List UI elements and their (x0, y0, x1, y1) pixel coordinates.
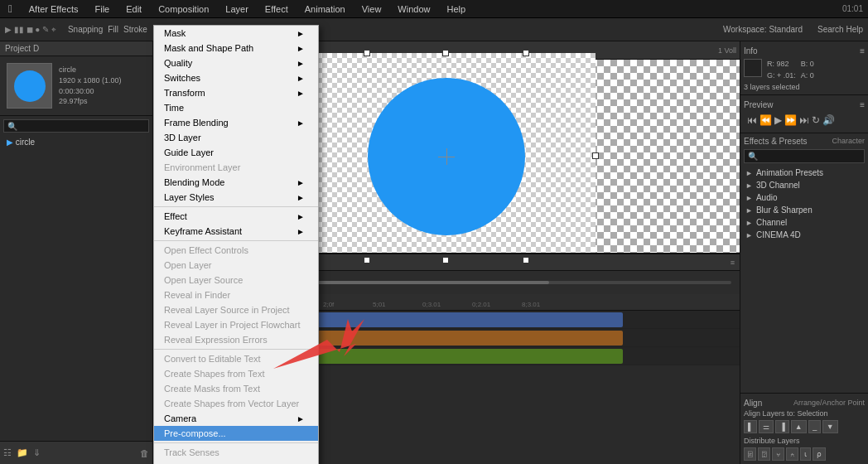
menu-pre-compose[interactable]: Pre-compose... (154, 426, 318, 441)
menu-composition[interactable]: Composition (155, 2, 212, 16)
handle-bm[interactable] (442, 257, 449, 263)
menu-frame-blending[interactable]: Frame Blending ► (154, 115, 318, 130)
info-options-icon[interactable]: ≡ (860, 46, 865, 56)
dist-left-btn[interactable]: ⍯ (744, 447, 756, 461)
layer-bar-2 (273, 331, 623, 346)
effect-channel[interactable]: ► Channel (740, 216, 868, 229)
align-tab2[interactable]: Arrange/Anchor Point (793, 399, 865, 408)
effects-tab2[interactable]: Character (832, 137, 865, 146)
menu-reveal-in-finder[interactable]: Reveal in Finder (154, 288, 318, 302)
menu-quality[interactable]: Quality ► (154, 56, 318, 70)
toolbar: ▶ ▮▮ ◼ ● ✎ ⌖ Snapping Fill Stroke Worksp… (0, 18, 868, 41)
next-frame-btn[interactable]: ⏩ (784, 114, 797, 126)
dist-center-h-btn[interactable]: ⍰ (758, 447, 770, 461)
menu-mask-shape-path[interactable]: Mask and Shape Path ► (154, 41, 318, 56)
align-bottom-btn[interactable]: ▼ (822, 420, 838, 433)
handle-tr[interactable] (523, 50, 529, 56)
distribute-buttons: ⍯ ⍰ ⍱ ⍲ ⍳ ⍴ (744, 447, 865, 461)
menu-keyframe-assistant[interactable]: Keyframe Assistant ► (154, 224, 318, 239)
dist-center-v-btn[interactable]: ⍳ (800, 447, 811, 461)
menu-mask[interactable]: Mask ► (154, 26, 318, 41)
menu-transform[interactable]: Transform ► (154, 85, 318, 100)
menu-after-effects[interactable]: After Effects (26, 2, 82, 16)
menu-create-masks-text[interactable]: Create Masks from Text (154, 381, 318, 396)
menu-switches[interactable]: Switches ► (154, 70, 318, 85)
import-icon[interactable]: ⇓ (33, 447, 41, 458)
menu-view[interactable]: View (359, 2, 385, 16)
menu-layer-styles[interactable]: Layer Styles ► (154, 190, 318, 205)
menu-time[interactable]: Time (154, 100, 318, 115)
effect-blur-sharpen[interactable]: ► Blur & Sharpen (740, 204, 868, 216)
menu-track-senses[interactable]: Track Senses (154, 445, 318, 460)
menu-window[interactable]: Window (394, 2, 433, 16)
handle-br[interactable] (523, 257, 529, 263)
menu-open-effect-controls[interactable]: Open Effect Controls (154, 243, 318, 258)
menu-effect-arrow: ► (297, 212, 305, 221)
menu-kf-assistant-arrow: ► (297, 227, 305, 236)
skip-end-btn[interactable]: ⏭ (799, 114, 809, 126)
menu-reveal-layer-source[interactable]: Reveal Layer Source in Project (154, 302, 318, 317)
menu-edit[interactable]: Edit (123, 2, 145, 16)
main-layout: Project D circle 1920 x 1080 (1.00) 0:00… (0, 41, 868, 464)
align-right-btn[interactable]: ▐ (775, 420, 788, 433)
apple-menu[interactable]:  (5, 1, 16, 17)
preview-options-icon[interactable]: ≡ (860, 100, 865, 109)
skip-start-btn[interactable]: ⏮ (747, 114, 757, 126)
menu-warp-stabilizer[interactable]: Warp Stabilizer VFX (154, 460, 318, 464)
handle-tl[interactable] (364, 50, 370, 56)
center-crosshair-h (438, 157, 455, 157)
distribute-label: Distribute Layers (744, 437, 865, 445)
menu-create-shapes-text[interactable]: Create Shapes from Text (154, 366, 318, 381)
search-help-label[interactable]: Search Help (817, 25, 863, 34)
comp-dimensions: 1920 x 1080 (1.00) (59, 75, 122, 86)
menu-3d-layer[interactable]: 3D Layer (154, 130, 318, 145)
menu-file[interactable]: File (91, 2, 113, 16)
workspace-label: Workspace: Standard (723, 25, 803, 34)
play-preview-btn[interactable]: ▶ (774, 114, 782, 126)
prev-frame-btn[interactable]: ⏪ (760, 114, 772, 126)
project-item[interactable]: ▶ circle (3, 136, 149, 148)
menu-environment-layer[interactable]: Environment Layer (154, 160, 318, 175)
preview-section: Preview ≡ ⏮ ⏪ ▶ ⏩ ⏭ ↻ 🔊 (740, 95, 868, 133)
effect-animation-presets[interactable]: ► Animation Presets (740, 167, 868, 179)
menu-guide-layer[interactable]: Guide Layer (154, 145, 318, 160)
menu-convert-editable[interactable]: Convert to Editable Text (154, 351, 318, 366)
handle-tm[interactable] (442, 50, 449, 56)
menu-blending-mode[interactable]: Blending Mode ► (154, 175, 318, 190)
handle-bl[interactable] (364, 257, 370, 263)
menu-animation[interactable]: Animation (301, 2, 349, 16)
menu-camera[interactable]: Camera ► (154, 411, 318, 426)
audio-btn[interactable]: 🔊 (822, 114, 835, 126)
menu-open-layer-source[interactable]: Open Layer Source (154, 273, 318, 288)
effect-audio[interactable]: ► Audio (740, 191, 868, 204)
preview-thumbnail (7, 63, 52, 109)
menu-layer[interactable]: Layer (222, 2, 252, 16)
menu-bar:  After Effects File Edit Composition La… (0, 0, 868, 18)
menu-effect[interactable]: Effect (262, 2, 292, 16)
align-top-btn[interactable]: ▲ (791, 420, 807, 433)
align-left-btn[interactable]: ▌ (744, 420, 757, 433)
effect-cinema4d[interactable]: ► CINEMA 4D (740, 229, 868, 241)
new-comp-icon[interactable]: ☷ (3, 447, 12, 458)
b-value: B: 0 (801, 59, 814, 70)
menu-help[interactable]: Help (443, 2, 469, 16)
menu-open-layer[interactable]: Open Layer (154, 258, 318, 273)
align-center-h-btn[interactable]: ⚌ (759, 420, 774, 433)
loop-btn[interactable]: ↻ (812, 114, 820, 126)
menu-reveal-layer-flowchart[interactable]: Reveal Layer in Project Flowchart (154, 317, 318, 332)
delete-icon[interactable]: 🗑 (140, 448, 149, 458)
dist-bottom-btn[interactable]: ⍴ (813, 447, 826, 461)
dist-right-btn[interactable]: ⍱ (772, 447, 784, 461)
effects-search-input[interactable] (744, 149, 865, 163)
align-center-v-btn[interactable]: ⎯ (808, 420, 821, 433)
dist-top-btn[interactable]: ⍲ (786, 447, 798, 461)
folder-icon[interactable]: 📁 (17, 447, 28, 458)
menu-create-shapes-vector[interactable]: Create Shapes from Vector Layer (154, 396, 318, 411)
snapping-label: Snapping (68, 25, 103, 34)
menu-reveal-expression-errors[interactable]: Reveal Expression Errors (154, 332, 318, 347)
menu-effect[interactable]: Effect ► (154, 209, 318, 224)
menu-blending-arrow: ► (297, 178, 305, 187)
sep-1 (154, 206, 318, 207)
handle-mr[interactable] (592, 152, 599, 159)
effect-3d-channel[interactable]: ► 3D Channel (740, 179, 868, 191)
